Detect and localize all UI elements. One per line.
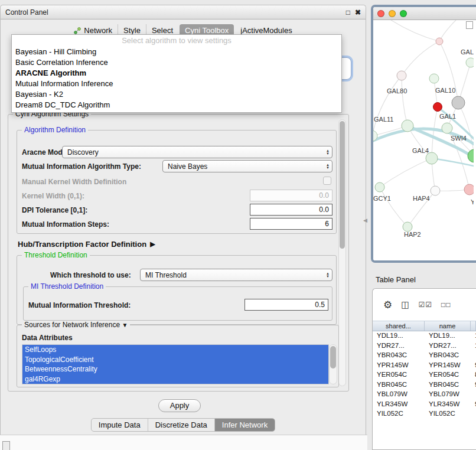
network-canvas[interactable]: GAL7 GAL80 GAL10 GAL11 GAL1 SWI4 GAL4 GC… <box>373 20 474 260</box>
network-node[interactable] <box>442 123 452 133</box>
network-node[interactable] <box>436 38 443 45</box>
network-edge <box>391 20 439 41</box>
select-all-icon[interactable]: ☑☑ <box>418 301 432 309</box>
node-label: GCY1 <box>373 195 391 202</box>
apply-button[interactable]: Apply <box>158 399 201 412</box>
table-row[interactable]: YBR043C YBR043C <box>373 351 476 361</box>
tab-discretize-data[interactable]: Discretize Data <box>148 419 214 431</box>
network-node[interactable] <box>466 58 474 67</box>
network-node[interactable] <box>375 182 384 192</box>
tab-label: Select <box>152 26 173 35</box>
deselect-all-icon[interactable]: □□ <box>441 301 451 309</box>
close-icon[interactable]: ✖ <box>355 8 361 17</box>
bottom-tab-row: Impute Data Discretize Data Infer Networ… <box>1 418 366 432</box>
dropdown-item-selected[interactable]: ARACNE Algorithm <box>12 68 341 79</box>
node-label: GAL80 <box>387 87 407 94</box>
network-node[interactable] <box>468 149 474 162</box>
cell: YBR043C <box>373 351 425 361</box>
table-toolbar: ⚙ ◫ ☑☑ □□ <box>373 289 476 321</box>
dropdown-item[interactable]: Dream8 DC_TDC Algorithm <box>12 100 341 110</box>
cyni-settings-group: Cyni Algorithm Settings Algorithm Defini… <box>8 114 349 392</box>
network-node[interactable] <box>402 120 413 132</box>
cell: 9. <box>471 380 476 390</box>
aracne-mode-select[interactable]: Discovery ▲ ▼ <box>62 146 332 158</box>
table-row[interactable]: YDL19... YDL19... 13 <box>373 331 476 341</box>
zoom-traffic-light[interactable] <box>400 10 407 17</box>
kernel-width-input: 0.0 <box>250 190 332 201</box>
combo-down-glyph: ▼ <box>326 275 330 278</box>
manual-kernel-checkbox <box>323 177 331 185</box>
cell: YBR045C <box>425 380 471 390</box>
algorithm-definition-group: Algorithm Definition Aracne Mode: Discov… <box>17 130 337 234</box>
column-header-cut[interactable] <box>471 321 476 331</box>
cell <box>471 351 476 361</box>
cell: YLR345W <box>373 400 425 410</box>
table-row[interactable]: YBR045C YBR045C 9. <box>373 380 476 390</box>
table-row[interactable]: YIL052C YIL052C <box>373 409 476 419</box>
mi-type-label: Mutual Information Algorithm Type: <box>22 162 141 171</box>
network-node[interactable] <box>429 74 439 83</box>
dpi-tolerance-label: DPI Tolerance [0,1]: <box>22 206 87 214</box>
list-item[interactable]: TopologicalCoefficient <box>22 355 328 365</box>
cell: YBR043C <box>425 351 471 361</box>
settings-scrollbar-thumb[interactable] <box>340 121 345 249</box>
list-item[interactable]: BetweennessCentrality <box>22 364 328 374</box>
cell: YER054C <box>425 370 471 380</box>
attributes-scrollbar-thumb[interactable] <box>330 346 336 369</box>
tab-impute-data[interactable]: Impute Data <box>92 419 148 431</box>
algorithm-dropdown-list: Select algorithm to view settings Bayesi… <box>11 34 342 113</box>
hub-definition-expander[interactable]: Hub/Transcription Factor Definition ▶ <box>18 240 155 249</box>
dropdown-placeholder: Select algorithm to view settings <box>12 35 341 47</box>
tab-label: Cyni Toolbox <box>185 26 229 35</box>
columns-icon[interactable]: ◫ <box>401 299 409 310</box>
network-node[interactable] <box>452 96 465 109</box>
dropdown-item[interactable]: Mutual Information Inference <box>12 79 341 89</box>
cell: 9. <box>471 400 476 410</box>
mi-threshold-input[interactable]: 0.5 <box>244 299 328 311</box>
column-header-name[interactable]: name <box>425 321 471 331</box>
node-label: GAL11 <box>374 116 393 123</box>
dpi-tolerance-input[interactable]: 0.0 <box>250 204 332 216</box>
network-icon <box>74 27 81 34</box>
hub-definition-label: Hub/Transcription Factor Definition <box>18 240 146 249</box>
node-label: GAL1 <box>439 113 456 120</box>
network-node[interactable] <box>464 184 474 195</box>
cell: 9. <box>471 361 476 371</box>
column-header-shared-name[interactable]: shared... <box>373 321 425 331</box>
network-node[interactable] <box>426 152 438 164</box>
table-row[interactable]: YER054C YER054C 8. <box>373 370 476 380</box>
mi-threshold-group: MI Threshold Definition Mutual Informati… <box>23 286 332 321</box>
attributes-scrollbar[interactable] <box>329 344 337 384</box>
restore-icon[interactable]: □ <box>346 8 350 17</box>
minimize-traffic-light[interactable] <box>389 10 396 17</box>
which-threshold-select[interactable]: MI Threshold ▲ ▼ <box>140 269 332 281</box>
network-node[interactable] <box>403 222 412 231</box>
network-node[interactable] <box>397 71 406 80</box>
dropdown-item[interactable]: Bayesian - K2 <box>12 89 341 100</box>
sources-collapser[interactable]: Sources for Network Inference ▼ <box>22 321 130 330</box>
gear-icon[interactable]: ⚙ <box>383 299 392 311</box>
list-item[interactable]: SelfLoops <box>22 345 328 355</box>
tab-infer-network[interactable]: Infer Network <box>214 419 275 431</box>
panel-dock-icon[interactable] <box>2 441 10 450</box>
table-row[interactable]: YLR345W YLR345W 9. <box>373 400 476 410</box>
network-edge <box>432 107 438 158</box>
canvas-scroll-button[interactable] <box>466 21 473 29</box>
network-node[interactable] <box>431 186 440 195</box>
dropdown-item[interactable]: Bayesian - Hill Climbing <box>12 47 341 57</box>
list-item[interactable]: gal4RGexp <box>22 374 328 384</box>
splitter-collapse-icon[interactable]: ◀ <box>363 217 367 223</box>
mi-type-select[interactable]: Naive Bayes ▲ ▼ <box>162 160 332 172</box>
cell <box>471 409 476 419</box>
network-node[interactable] <box>433 103 442 112</box>
settings-scrollbar[interactable] <box>338 119 346 386</box>
table-row[interactable]: YDR27... YDR27... 12 <box>373 341 476 351</box>
close-traffic-light[interactable] <box>377 10 384 17</box>
table-row[interactable]: YBL079W YBL079W <box>373 390 476 400</box>
dropdown-item[interactable]: Basic Correlation Inference <box>12 57 341 68</box>
cell: YDR27... <box>373 341 425 351</box>
cell: YLR345W <box>425 400 471 410</box>
node-label: GAL4 <box>412 147 429 154</box>
table-row[interactable]: YPR145W YPR145W 9. <box>373 361 476 371</box>
mi-steps-input[interactable]: 6 <box>250 218 332 230</box>
